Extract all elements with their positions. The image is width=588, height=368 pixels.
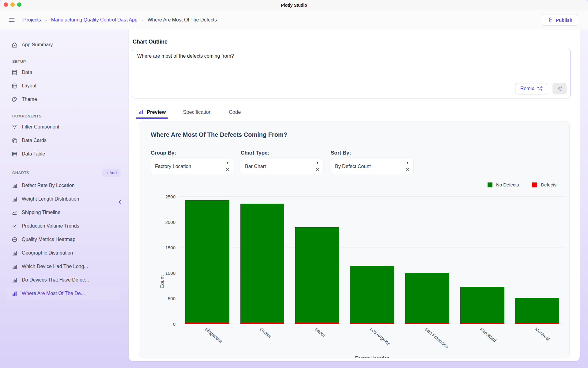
database-icon bbox=[12, 70, 17, 75]
clear-icon[interactable]: ✕ bbox=[405, 167, 409, 172]
x-tick-label: Randstad bbox=[479, 326, 497, 343]
section-title: CHARTS bbox=[12, 171, 29, 175]
y-tick-label: 2000 bbox=[165, 220, 175, 225]
sidebar-item-theme[interactable]: Theme bbox=[7, 93, 121, 106]
line-chart-icon bbox=[12, 210, 17, 216]
sidebar-item-data-cards[interactable]: Data Cards bbox=[7, 134, 121, 147]
section-title: SETUP bbox=[12, 59, 26, 64]
section-title: COMPONENTS bbox=[12, 114, 42, 118]
sidebar-chart-weight-length-distribution[interactable]: Weight Length Distribution bbox=[7, 192, 121, 206]
sidebar-chart-shipping-timeline[interactable]: Shipping Timeline bbox=[7, 206, 121, 219]
menu-icon[interactable] bbox=[8, 16, 15, 24]
bar-segment-no-defects bbox=[460, 287, 504, 323]
maximize-button[interactable] bbox=[17, 2, 21, 7]
bar-chart-icon bbox=[12, 264, 17, 270]
bar-los-angeles[interactable]: Los Angeles bbox=[345, 197, 400, 324]
sidebar-chart-defect-rate-by-location[interactable]: Defect Rate By Location bbox=[7, 179, 121, 192]
bar-segment-no-defects bbox=[295, 227, 339, 323]
add-chart-button[interactable]: + Add bbox=[102, 169, 121, 177]
bar-randstad[interactable]: Randstad bbox=[455, 197, 510, 324]
sidebar-item-layout[interactable]: Layout bbox=[7, 79, 121, 93]
legend-entry-no-defects[interactable]: No Defects bbox=[488, 182, 519, 187]
palette-icon bbox=[12, 97, 17, 102]
bar-segment-no-defects bbox=[240, 204, 285, 322]
sidebar-section-components: COMPONENTS bbox=[12, 114, 121, 118]
chevron-down-icon[interactable]: ▼ bbox=[226, 161, 229, 164]
table-icon bbox=[12, 151, 17, 157]
sidebar-item-data[interactable]: Data bbox=[7, 66, 121, 79]
legend-swatch bbox=[488, 182, 492, 187]
minimize-button[interactable] bbox=[10, 2, 15, 7]
sort-by-label: Sort By: bbox=[331, 150, 413, 156]
legend-label: No Defects bbox=[496, 182, 519, 187]
close-button[interactable] bbox=[4, 2, 8, 7]
outline-actions: Remix bbox=[515, 83, 567, 94]
dropdown-controls: ▼ ✕ bbox=[225, 161, 230, 172]
bar-stack bbox=[405, 197, 449, 324]
chart-outline-input[interactable] bbox=[132, 49, 570, 76]
sidebar-item-app-summary[interactable]: App Summary bbox=[7, 38, 121, 52]
tab-label: Preview bbox=[147, 109, 166, 115]
sidebar-item-label: Data bbox=[22, 70, 32, 75]
legend-label: Defects bbox=[541, 182, 556, 187]
sidebar-chart-quality-metrics-heatmap[interactable]: Quality Metrics Heatmap bbox=[7, 233, 121, 246]
bar-seoul[interactable]: Seoul bbox=[290, 197, 345, 324]
breadcrumb-projects[interactable]: Projects bbox=[23, 17, 41, 23]
bar-chart-filled-icon bbox=[12, 291, 17, 297]
y-tick-label: 500 bbox=[168, 296, 175, 301]
group-by-select[interactable]: Factory Location ▼ ✕ bbox=[151, 159, 233, 174]
bar-montreal[interactable]: Montreal bbox=[510, 197, 565, 324]
sidebar-item-label: Geographic Distribution bbox=[22, 250, 73, 256]
window-controls bbox=[4, 2, 21, 7]
sidebar-item-label: Filter Component bbox=[22, 124, 59, 130]
remix-button[interactable]: Remix bbox=[515, 83, 548, 94]
bar-stack bbox=[460, 197, 504, 324]
bar-singapore[interactable]: Singapore bbox=[180, 197, 235, 324]
breadcrumb-app[interactable]: Manufacturing Quality Control Data App bbox=[51, 17, 138, 23]
tab-preview[interactable]: Preview bbox=[138, 105, 166, 119]
x-tick-label: Montreal bbox=[534, 326, 551, 342]
chevron-down-icon[interactable]: ▼ bbox=[316, 161, 319, 164]
chart-type-control: Chart Type: Bar Chart ▼ ✕ bbox=[241, 150, 323, 174]
sidebar-item-label: Data Cards bbox=[22, 138, 47, 143]
chart-type-label: Chart Type: bbox=[241, 150, 323, 156]
filter-icon bbox=[12, 124, 17, 130]
sidebar-item-label: Where Are Most Of The De... bbox=[22, 291, 85, 296]
chart-outline-heading: Chart Outline bbox=[133, 39, 580, 45]
bar-osaka[interactable]: Osaka bbox=[235, 197, 290, 324]
home-icon bbox=[12, 42, 17, 48]
sidebar-item-filter-component[interactable]: Filter Component bbox=[7, 120, 121, 134]
sidebar-item-data-table[interactable]: Data Table bbox=[7, 147, 121, 161]
x-tick-label: Seoul bbox=[314, 326, 326, 338]
tab-specification[interactable]: Specification bbox=[183, 105, 212, 119]
sidebar-section-charts: CHARTS + Add bbox=[12, 169, 121, 177]
chevron-right-icon: › bbox=[45, 17, 47, 23]
bar-segment-defects bbox=[405, 323, 449, 324]
send-button[interactable] bbox=[552, 83, 567, 94]
legend: No DefectsDefects bbox=[151, 182, 556, 187]
chart-type-select[interactable]: Bar Chart ▼ ✕ bbox=[241, 159, 323, 174]
sort-by-select[interactable]: By Defect Count ▼ ✕ bbox=[331, 159, 413, 174]
bar-stack bbox=[515, 197, 559, 324]
tab-code[interactable]: Code bbox=[229, 105, 241, 119]
legend-entry-defects[interactable]: Defects bbox=[532, 182, 556, 187]
bar-san-francisco[interactable]: San Francisco bbox=[400, 197, 455, 324]
clear-icon[interactable]: ✕ bbox=[225, 167, 229, 172]
sidebar-item-label: Production Volume Trends bbox=[22, 223, 79, 229]
remix-label: Remix bbox=[520, 86, 534, 91]
x-axis-title: Factory location bbox=[180, 356, 565, 358]
chevron-down-icon[interactable]: ▼ bbox=[406, 161, 409, 164]
clear-icon[interactable]: ✕ bbox=[315, 167, 319, 172]
sidebar-collapse-icon[interactable] bbox=[116, 199, 123, 205]
sidebar-chart-do-devices-that-have-defects[interactable]: Do Devices That Have Defec... bbox=[7, 273, 121, 287]
breadcrumb: Projects › Manufacturing Quality Control… bbox=[23, 17, 217, 23]
publish-button[interactable]: Publish bbox=[542, 14, 578, 26]
cards-icon bbox=[12, 138, 17, 144]
y-tick-label: 1000 bbox=[165, 270, 175, 276]
sidebar-chart-where-are-most-of-the-defects[interactable]: Where Are Most Of The De... bbox=[7, 287, 121, 300]
sidebar-chart-which-device-had-the-longest[interactable]: Which Device Had The Long... bbox=[7, 260, 121, 273]
sidebar-chart-geographic-distribution[interactable]: Geographic Distribution bbox=[7, 246, 121, 260]
chart-controls: Group By: Factory Location ▼ ✕ Chart Typ… bbox=[151, 150, 569, 174]
sidebar-chart-production-volume-trends[interactable]: Production Volume Trends bbox=[7, 219, 121, 233]
layout-icon bbox=[12, 83, 17, 89]
